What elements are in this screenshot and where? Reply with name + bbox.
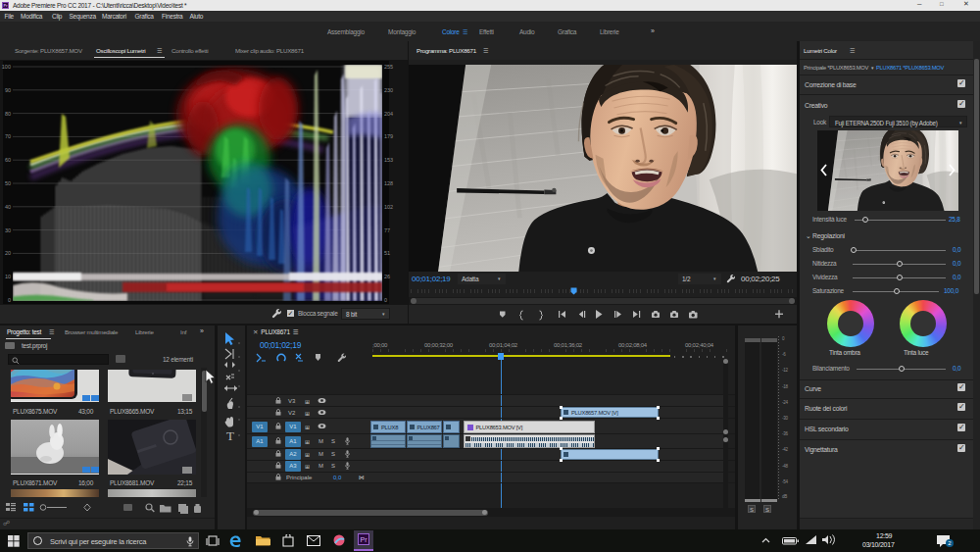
svg-text:T: T xyxy=(226,428,234,443)
svg-text:204: 204 xyxy=(384,111,393,117)
svg-text:153: 153 xyxy=(384,157,393,163)
svg-text:77: 77 xyxy=(384,227,390,233)
svg-text:30: 30 xyxy=(5,227,11,233)
svg-text:102: 102 xyxy=(384,204,393,210)
svg-text:0: 0 xyxy=(8,297,11,303)
svg-text:10: 10 xyxy=(5,274,11,279)
svg-text:100: 100 xyxy=(2,64,11,70)
svg-text:80: 80 xyxy=(5,111,11,117)
svg-text:26: 26 xyxy=(384,274,390,279)
svg-text:128: 128 xyxy=(384,180,393,186)
svg-text:90: 90 xyxy=(5,87,11,93)
svg-text:20: 20 xyxy=(5,250,11,256)
svg-text:230: 230 xyxy=(384,87,393,93)
svg-text:179: 179 xyxy=(384,133,393,139)
svg-text:60: 60 xyxy=(5,157,11,163)
svg-text:50: 50 xyxy=(5,180,11,186)
svg-text:0: 0 xyxy=(384,297,387,303)
svg-text:255: 255 xyxy=(384,64,393,70)
svg-text:51: 51 xyxy=(384,250,390,256)
svg-text:40: 40 xyxy=(5,204,11,210)
svg-text:70: 70 xyxy=(5,133,11,139)
